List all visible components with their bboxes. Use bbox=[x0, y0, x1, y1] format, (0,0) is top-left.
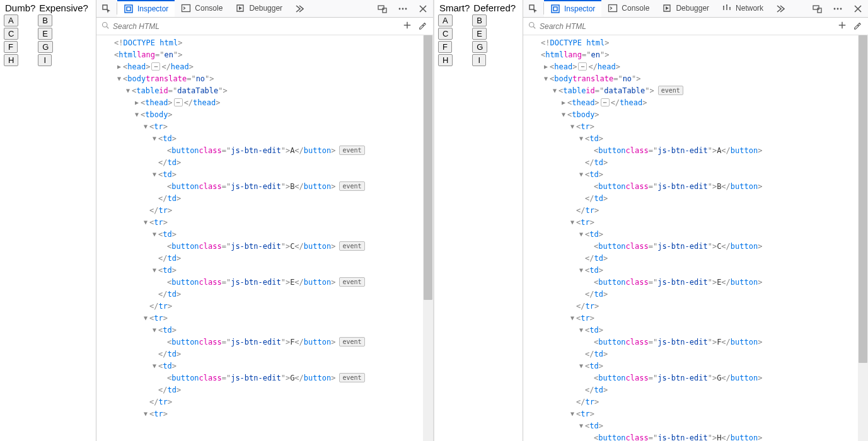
twisty-icon[interactable]: ▼ bbox=[560, 109, 567, 120]
dom-node[interactable]: ▼<tr> bbox=[527, 216, 858, 228]
overflow-tabs-button[interactable] bbox=[770, 0, 790, 17]
twisty-icon[interactable]: ▼ bbox=[115, 73, 123, 84]
event-badge[interactable]: event bbox=[339, 277, 364, 287]
dom-node[interactable]: </td> bbox=[527, 288, 858, 300]
dom-node[interactable]: <button class="js-btn-edit">G</button> bbox=[527, 372, 858, 384]
dom-node[interactable]: ▼<td> bbox=[527, 132, 858, 144]
event-badge[interactable]: event bbox=[339, 337, 364, 346]
twisty-icon[interactable]: ▼ bbox=[542, 73, 550, 84]
edit-button[interactable]: F bbox=[4, 41, 18, 53]
edit-button[interactable]: I bbox=[38, 54, 52, 66]
dom-node[interactable]: </td> bbox=[100, 192, 423, 204]
dom-node[interactable]: ▼<td> bbox=[100, 264, 423, 276]
twisty-icon[interactable]: ▼ bbox=[133, 109, 141, 120]
close-devtools-button[interactable] bbox=[413, 0, 433, 17]
twisty-icon[interactable]: ▼ bbox=[151, 133, 158, 144]
responsive-design-button[interactable] bbox=[807, 0, 828, 17]
dom-node[interactable]: <button class="js-btn-edit">A</button>ev… bbox=[100, 144, 423, 156]
twisty-icon[interactable]: ▼ bbox=[569, 121, 576, 132]
event-badge[interactable]: event bbox=[339, 373, 364, 382]
dom-node[interactable]: </td> bbox=[100, 348, 423, 360]
dom-node[interactable]: <!DOCTYPE html> bbox=[100, 37, 423, 49]
edit-button[interactable]: G bbox=[472, 41, 487, 53]
edit-button[interactable]: C bbox=[4, 28, 18, 40]
twisty-icon[interactable]: ▶ bbox=[542, 61, 550, 72]
dom-node[interactable]: ▼<td> bbox=[527, 228, 858, 240]
twisty-icon[interactable]: ▼ bbox=[151, 360, 158, 372]
twisty-icon[interactable]: ▼ bbox=[151, 229, 158, 240]
dom-node[interactable]: </td> bbox=[100, 252, 423, 264]
edit-button[interactable]: C bbox=[438, 28, 453, 40]
dom-node[interactable]: <button class="js-btn-edit">H</button> bbox=[527, 432, 858, 441]
dom-node[interactable]: ▼<tbody> bbox=[100, 108, 423, 120]
dom-node[interactable]: ▼<tr> bbox=[527, 120, 858, 132]
dom-node[interactable]: ▼<td> bbox=[527, 168, 858, 180]
tab-inspector[interactable]: Inspector bbox=[117, 0, 175, 17]
add-icon[interactable] bbox=[402, 20, 413, 33]
dom-node[interactable]: </tr> bbox=[527, 204, 858, 216]
dom-node[interactable]: ▼<tr> bbox=[100, 216, 423, 228]
dom-node[interactable]: <button class="js-btn-edit">F</button>ev… bbox=[100, 336, 423, 348]
edit-button[interactable]: H bbox=[438, 54, 453, 66]
dom-node[interactable]: <button class="js-btn-edit">E</button>ev… bbox=[100, 276, 423, 288]
tab-debugger[interactable]: Debugger bbox=[229, 0, 289, 17]
twisty-icon[interactable]: ▼ bbox=[577, 324, 585, 336]
dom-node[interactable]: ▼<tr> bbox=[527, 408, 858, 420]
search-input[interactable] bbox=[540, 22, 833, 31]
dom-node[interactable]: ▼<body translate="no"> bbox=[100, 72, 423, 84]
dom-node[interactable]: </tr> bbox=[100, 396, 423, 408]
dom-node[interactable]: </tr> bbox=[100, 300, 423, 312]
dom-node[interactable]: </td> bbox=[527, 384, 858, 396]
dom-node[interactable]: </td> bbox=[100, 288, 423, 300]
responsive-design-button[interactable] bbox=[373, 0, 393, 17]
search-input[interactable] bbox=[113, 22, 398, 31]
twisty-icon[interactable]: ▼ bbox=[577, 229, 585, 240]
kebab-menu-button[interactable] bbox=[828, 0, 848, 17]
dom-node[interactable]: <button class="js-btn-edit">B</button>ev… bbox=[100, 180, 423, 192]
dom-node[interactable]: ▶<head>⋯</head> bbox=[100, 60, 423, 72]
dom-node[interactable]: </td> bbox=[100, 156, 423, 168]
dom-tree[interactable]: <!DOCTYPE html><html lang="en">▶<head>⋯ … bbox=[523, 35, 858, 441]
dom-node[interactable]: <button class="js-btn-edit">E</button> bbox=[527, 276, 858, 288]
close-devtools-button[interactable] bbox=[848, 0, 868, 17]
dom-node[interactable]: <button class="js-btn-edit">G</button>ev… bbox=[100, 372, 423, 384]
dom-node[interactable]: ▼<td> bbox=[100, 360, 423, 372]
twisty-icon[interactable]: ▼ bbox=[577, 420, 585, 432]
dom-node[interactable]: ▼<td> bbox=[527, 264, 858, 276]
dom-node[interactable]: ▼<td> bbox=[527, 360, 858, 372]
dom-node[interactable]: <html lang="en"> bbox=[527, 49, 858, 60]
dom-node[interactable]: ▼<tr> bbox=[527, 312, 858, 324]
dom-node[interactable]: </tr> bbox=[527, 300, 858, 312]
ellipsis-badge[interactable]: ⋯ bbox=[174, 98, 183, 106]
edit-button[interactable]: B bbox=[472, 14, 487, 26]
twisty-icon[interactable]: ▼ bbox=[151, 265, 158, 276]
ellipsis-badge[interactable]: ⋯ bbox=[578, 62, 587, 71]
scroll-thumb[interactable] bbox=[859, 35, 867, 363]
twisty-icon[interactable]: ▼ bbox=[569, 217, 576, 228]
twisty-icon[interactable]: ▼ bbox=[577, 360, 585, 372]
dom-node[interactable]: <button class="js-btn-edit">C</button>ev… bbox=[100, 240, 423, 252]
dom-node[interactable]: </td> bbox=[527, 156, 858, 168]
event-badge[interactable]: event bbox=[339, 146, 364, 155]
eyedropper-icon[interactable] bbox=[852, 20, 863, 33]
edit-button[interactable]: B bbox=[38, 14, 52, 26]
event-badge[interactable]: event bbox=[339, 181, 364, 191]
dom-node[interactable]: </tr> bbox=[527, 396, 858, 408]
dom-node[interactable]: </tr> bbox=[100, 204, 423, 216]
dom-node[interactable]: </td> bbox=[100, 384, 423, 396]
dom-node[interactable]: ▶<thead>⋯ </thead> bbox=[527, 96, 858, 108]
edit-button[interactable]: G bbox=[38, 41, 53, 53]
edit-button[interactable]: E bbox=[472, 28, 487, 40]
edit-button[interactable]: A bbox=[4, 14, 18, 26]
twisty-icon[interactable]: ▼ bbox=[569, 312, 576, 324]
element-picker-button[interactable] bbox=[523, 0, 543, 17]
dom-node[interactable]: </td> bbox=[527, 252, 858, 264]
dom-node[interactable]: ▼<tbody> bbox=[527, 108, 858, 120]
scrollbar[interactable] bbox=[423, 35, 433, 441]
dom-node[interactable]: </td> bbox=[527, 192, 858, 204]
event-badge[interactable]: event bbox=[339, 241, 364, 251]
scroll-thumb[interactable] bbox=[424, 35, 432, 300]
dom-node[interactable]: <!DOCTYPE html> bbox=[527, 37, 858, 49]
edit-button[interactable]: F bbox=[438, 41, 452, 53]
element-picker-button[interactable] bbox=[96, 0, 117, 17]
